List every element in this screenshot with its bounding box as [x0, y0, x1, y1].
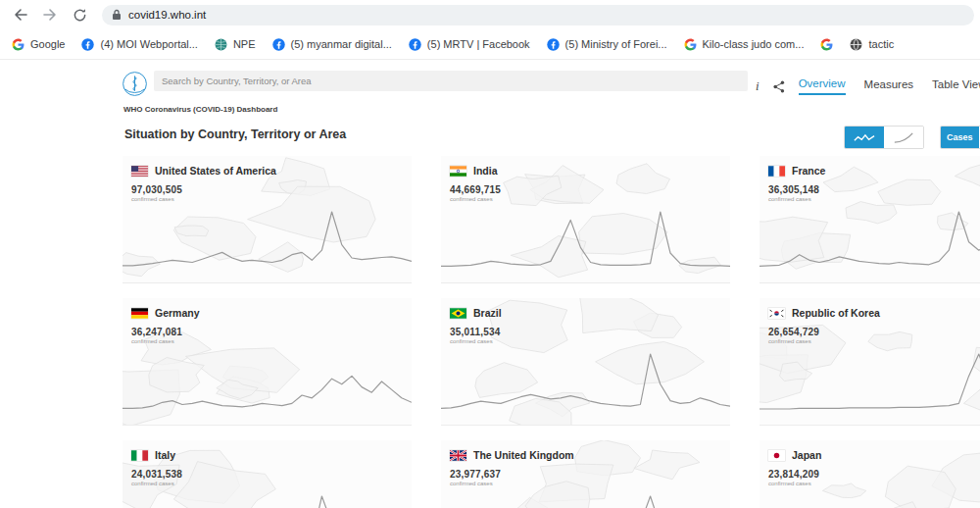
tab-measures[interactable]: Measures	[864, 78, 914, 94]
confirmed-cases-value: 44,669,715	[450, 184, 501, 195]
confirmed-cases-label: confirmed cases	[768, 196, 811, 202]
who-logo	[122, 71, 148, 101]
country-name: Republic of Korea	[792, 307, 880, 319]
url-text: covid19.who.int	[128, 9, 206, 21]
it-flag-icon	[131, 450, 148, 461]
bookmark-item[interactable]: Kilo-class judo com...	[684, 38, 805, 51]
in-flag-icon	[450, 166, 466, 177]
country-card[interactable]: Japan 23,814,209 confirmed cases	[760, 440, 980, 508]
address-bar[interactable]: covid19.who.int	[102, 5, 974, 25]
bookmark-item[interactable]: (5) MRTV | Facebook	[409, 38, 530, 51]
browser-window: covid19.who.int Google(4) MOI Webportal.…	[0, 0, 980, 508]
cases-toggle-button[interactable]: Cases	[941, 127, 979, 148]
bookmark-label: (5) myanmar digital...	[291, 38, 392, 50]
country-search-input[interactable]: Search by Country, Territory, or Area	[154, 71, 748, 91]
country-card[interactable]: United States of America 97,030,505 conf…	[122, 156, 412, 283]
country-name: Japan	[792, 449, 821, 461]
br-flag-icon	[450, 308, 466, 319]
confirmed-cases-value: 26,654,729	[768, 327, 819, 337]
confirmed-cases-value: 35,011,534	[450, 327, 501, 337]
reload-icon[interactable]	[69, 4, 90, 25]
jp-flag-icon	[768, 450, 785, 461]
confirmed-cases-value: 23,977,637	[450, 469, 501, 480]
bookmark-label: (5) Ministry of Forei...	[565, 38, 667, 50]
bookmark-label: NPE	[233, 38, 256, 50]
facebook-icon	[272, 38, 285, 51]
site-title: WHO Coronavirus (COVID-19) Dashboard	[123, 105, 277, 114]
bookmark-item[interactable]: (5) myanmar digital...	[272, 38, 392, 51]
fr-flag-icon	[768, 166, 785, 177]
confirmed-cases-value: 36,305,148	[768, 184, 819, 195]
confirmed-cases-value: 97,030,505	[131, 184, 182, 195]
lock-icon	[112, 9, 122, 21]
bookmark-label: (5) MRTV | Facebook	[427, 38, 530, 50]
confirmed-cases-label: confirmed cases	[768, 338, 811, 344]
confirmed-cases-value: 36,247,081	[131, 327, 182, 337]
confirmed-cases-value: 24,031,538	[131, 469, 182, 480]
chart-controls: Cases Deaths T	[844, 126, 980, 149]
country-card-grid: United States of America 97,030,505 conf…	[122, 156, 980, 508]
tab-overview[interactable]: Overview	[799, 77, 846, 95]
bookmark-label: (4) MOI Webportal...	[100, 38, 197, 50]
site-header: Search by Country, Territory, or Area WH…	[0, 60, 980, 121]
confirmed-cases-value: 23,814,209	[768, 469, 819, 480]
bookmark-label: Kilo-class judo com...	[703, 38, 805, 50]
google-icon	[820, 38, 833, 51]
bookmark-item[interactable]: (4) MOI Webportal...	[81, 38, 197, 51]
google-icon	[12, 38, 24, 51]
confirmed-cases-label: confirmed cases	[768, 481, 811, 486]
bookmark-label: Google	[30, 38, 65, 50]
kr-flag-icon	[768, 308, 785, 319]
forward-icon[interactable]	[39, 4, 61, 25]
info-icon[interactable]: i	[756, 78, 760, 94]
country-name: Italy	[155, 449, 175, 461]
back-icon[interactable]	[10, 4, 31, 25]
facebook-icon	[81, 38, 94, 51]
trend-chart-toggle-button[interactable]	[845, 127, 884, 148]
country-card[interactable]: Germany 36,247,081 confirmed cases	[122, 298, 412, 426]
globe-green-icon	[215, 38, 227, 51]
de-flag-icon	[131, 308, 148, 319]
google-icon	[684, 38, 697, 51]
browser-toolbar: covid19.who.int	[0, 0, 980, 29]
country-name: India	[473, 165, 498, 177]
section-title: Situation by Country, Territory or Area	[124, 127, 346, 141]
globe-dark-icon	[850, 38, 862, 51]
country-name: Germany	[155, 307, 200, 319]
country-name: United States of America	[155, 165, 276, 177]
main-nav: OverviewMeasuresTable ViewData	[799, 77, 980, 95]
us-flag-icon	[131, 166, 148, 177]
search-placeholder: Search by Country, Territory, or Area	[162, 76, 312, 86]
confirmed-cases-label: confirmed cases	[131, 338, 174, 344]
country-name: Brazil	[473, 307, 502, 319]
bookmark-label: tactic	[868, 38, 894, 50]
facebook-icon	[409, 38, 421, 51]
country-card[interactable]: India 44,669,715 confirmed cases	[441, 156, 730, 283]
country-name: The United Kingdom	[473, 449, 574, 461]
bookmark-item[interactable]: (5) Ministry of Forei...	[547, 38, 667, 51]
confirmed-cases-label: confirmed cases	[450, 196, 493, 202]
bookmark-item[interactable]: Google	[12, 38, 65, 51]
bookmark-item[interactable]	[820, 38, 833, 51]
bookmark-item[interactable]: NPE	[215, 38, 256, 51]
country-card[interactable]: Italy 24,031,538 confirmed cases	[122, 440, 412, 508]
share-icon[interactable]	[773, 80, 785, 93]
facebook-icon	[547, 38, 560, 51]
bookmark-item[interactable]: tactic	[850, 38, 894, 51]
country-name: France	[792, 165, 825, 177]
country-card[interactable]: The United Kingdom 23,977,637 confirmed …	[441, 440, 730, 508]
confirmed-cases-label: confirmed cases	[131, 196, 174, 202]
confirmed-cases-label: confirmed cases	[450, 338, 493, 344]
country-card[interactable]: France 36,305,148 confirmed cases	[760, 156, 980, 283]
header-nav: i OverviewMeasuresTable ViewData	[756, 77, 980, 95]
country-card[interactable]: Brazil 35,011,534 confirmed cases	[441, 298, 730, 426]
bookmarks-bar: Google(4) MOI Webportal...NPE(5) myanmar…	[0, 29, 980, 60]
confirmed-cases-label: confirmed cases	[131, 481, 174, 486]
confirmed-cases-label: confirmed cases	[450, 481, 493, 486]
tab-table-view[interactable]: Table View	[932, 78, 980, 94]
gb-flag-icon	[450, 450, 466, 461]
country-card[interactable]: Republic of Korea 26,654,729 confirmed c…	[760, 298, 980, 426]
cumulative-chart-toggle-button[interactable]	[884, 127, 923, 148]
